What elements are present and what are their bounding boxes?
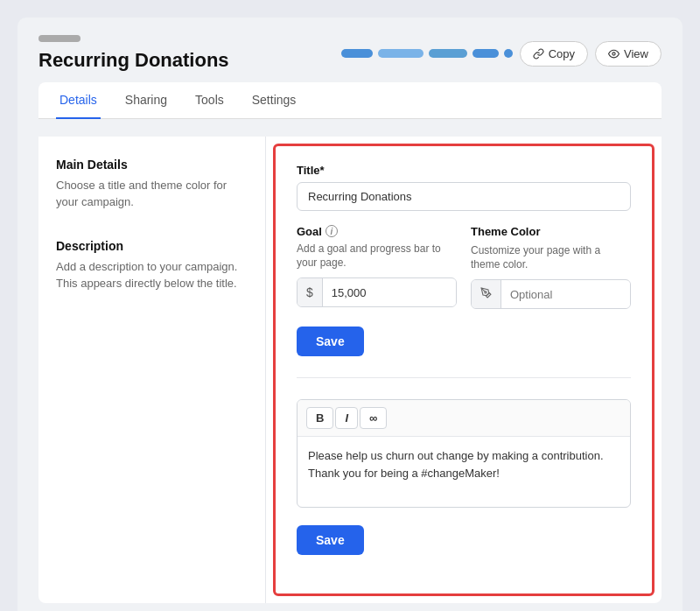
nav-pill-2 — [378, 49, 424, 58]
form-divider — [297, 377, 631, 378]
sidebar-description-desc: Add a description to your campaign. This… — [56, 258, 248, 292]
view-button[interactable]: View — [595, 41, 662, 67]
goal-field: Goal i Add a goal and progress bar to yo… — [297, 225, 457, 310]
main-details-form-section: Title* Goal i Add a goal and progress ba… — [297, 164, 631, 357]
description-textarea[interactable]: Please help us churn out change by makin… — [298, 437, 630, 507]
nav-pill-1 — [341, 49, 373, 58]
nav-pill-3 — [429, 49, 467, 58]
theme-color-input[interactable] — [501, 281, 630, 308]
top-bar-left: Recurring Donations — [38, 35, 229, 72]
copy-label: Copy — [549, 47, 575, 60]
description-text: Please help us churn out change by makin… — [308, 449, 604, 480]
save-label-2: Save — [316, 533, 345, 547]
link-button[interactable]: ∞ — [360, 407, 387, 429]
theme-color-input-wrapper — [471, 279, 631, 309]
tabs-bar: Details Sharing Tools Settings — [38, 82, 662, 119]
breadcrumb-bar — [38, 35, 80, 42]
sidebar-main-details: Main Details Choose a title and theme co… — [56, 158, 248, 211]
form-area: Title* Goal i Add a goal and progress ba… — [273, 144, 654, 597]
save-button-2[interactable]: Save — [297, 525, 364, 555]
nav-pill-5 — [504, 49, 513, 58]
goal-input[interactable] — [323, 279, 456, 306]
page-container: Recurring Donations Copy — [18, 18, 682, 611]
italic-button[interactable]: I — [335, 407, 358, 429]
tab-details[interactable]: Details — [56, 82, 101, 119]
color-picker-icon — [472, 280, 501, 308]
view-label: View — [624, 47, 648, 60]
save-label-1: Save — [316, 334, 345, 348]
page-title: Recurring Donations — [38, 49, 229, 72]
svg-point-0 — [612, 52, 615, 54]
bold-button[interactable]: B — [306, 407, 333, 429]
top-bar-right: Copy View — [341, 41, 662, 67]
goal-info-icon: i — [326, 225, 338, 237]
svg-point-1 — [485, 291, 486, 293]
italic-label: I — [345, 411, 348, 425]
sidebar: Main Details Choose a title and theme co… — [38, 137, 266, 604]
main-content: Main Details Choose a title and theme co… — [38, 137, 662, 604]
rich-text-toolbar: B I ∞ — [298, 400, 630, 437]
bold-label: B — [316, 411, 324, 425]
theme-color-desc: Customize your page with a theme color. — [471, 243, 631, 273]
tab-tools[interactable]: Tools — [192, 82, 228, 119]
dollar-icon: $ — [298, 278, 323, 306]
top-bar: Recurring Donations Copy — [38, 35, 662, 72]
link-label: ∞ — [369, 411, 377, 425]
breadcrumb-pills — [341, 49, 513, 58]
description-form-section: B I ∞ Please help us churn out change by… — [297, 399, 631, 555]
save-button-1[interactable]: Save — [297, 327, 364, 356]
eye-icon — [608, 48, 620, 60]
goal-desc: Add a goal and progress bar to your page… — [297, 242, 457, 271]
rich-text-area: B I ∞ Please help us churn out change by… — [297, 399, 631, 508]
title-label: Title* — [297, 164, 631, 177]
tab-sharing[interactable]: Sharing — [122, 82, 171, 119]
nav-pill-4 — [472, 49, 499, 58]
copy-button[interactable]: Copy — [520, 41, 588, 67]
goal-label: Goal — [297, 225, 322, 238]
sidebar-main-details-title: Main Details — [56, 158, 248, 172]
theme-color-field: Theme Color Customize your page with a t… — [471, 225, 631, 310]
copy-icon — [533, 48, 544, 60]
goal-input-wrapper: $ — [297, 277, 457, 307]
tab-settings[interactable]: Settings — [248, 82, 300, 119]
title-input[interactable] — [297, 182, 631, 211]
theme-color-label: Theme Color — [471, 225, 631, 238]
sidebar-description: Description Add a description to your ca… — [56, 239, 248, 292]
sidebar-main-details-desc: Choose a title and theme color for your … — [56, 177, 248, 211]
sidebar-description-title: Description — [56, 239, 248, 253]
